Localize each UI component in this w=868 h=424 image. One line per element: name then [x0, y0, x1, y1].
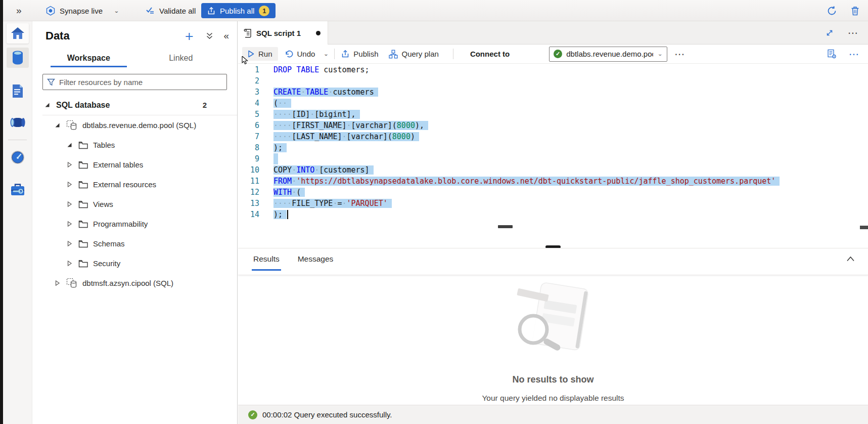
folder-icon	[78, 220, 88, 228]
code-line[interactable]: 12WITH·(	[238, 187, 868, 198]
database-icon	[66, 278, 78, 288]
monitor-icon[interactable]	[7, 147, 29, 167]
home-icon[interactable]	[7, 23, 29, 44]
tree-item-label: Schemas	[93, 239, 125, 248]
chevron-collapsed-icon[interactable]	[66, 240, 73, 247]
data-panel-tabs: Workspace Linked	[32, 50, 237, 67]
tab-sql-script-1[interactable]: SQL script 1	[238, 21, 328, 45]
code-line[interactable]: 14);	[238, 209, 868, 220]
expand-rail-icon[interactable]: »	[16, 0, 21, 21]
chevron-collapsed-icon[interactable]	[66, 161, 73, 168]
database-icon	[66, 120, 78, 131]
code-line[interactable]: 3CREATE·TABLE·customers	[238, 87, 868, 98]
publish-button[interactable]: Publish	[341, 50, 378, 58]
tree-item[interactable]: Views	[32, 194, 237, 214]
refresh-icon[interactable]	[827, 6, 837, 16]
synapse-live-icon	[45, 6, 56, 16]
publish-all-label: Publish all	[220, 7, 254, 15]
no-results-illustration	[500, 280, 606, 361]
filter-input[interactable]	[59, 78, 222, 87]
line-number: 12	[238, 187, 273, 198]
validate-all-button[interactable]: Validate all	[146, 0, 196, 21]
code-line-text: WITH·(	[273, 187, 305, 198]
code-line[interactable]: 5····[ID]·[bigint],	[238, 109, 868, 120]
data-icon[interactable]	[7, 48, 29, 68]
chevron-collapsed-icon[interactable]	[66, 260, 73, 267]
editor-more-actions-icon[interactable]: ⋯	[849, 52, 860, 57]
tree-item[interactable]: External tables	[32, 155, 237, 175]
code-line[interactable]: 1DROP TABLE customers;	[238, 64, 868, 75]
code-line[interactable]: 6····[FIRST_NAME]·[varchar](8000),	[238, 120, 868, 131]
pool-dropdown[interactable]: ✓ dbtlabs.revenue.demo.pool ⌄	[549, 47, 667, 62]
code-line[interactable]: 13····FILE_TYPE·=·'PARQUET'	[238, 198, 868, 209]
connect-to-label: Connect to	[470, 50, 510, 58]
tab-linked[interactable]: Linked	[135, 50, 227, 67]
query-plan-button[interactable]: Query plan	[389, 50, 439, 59]
code-line[interactable]: 8);	[238, 142, 868, 153]
screen-edge	[0, 0, 3, 424]
code-line[interactable]: 7····[LAST_NAME]·[varchar](8000)	[238, 131, 868, 142]
add-resource-icon[interactable]: ＋	[182, 31, 196, 41]
editor-scrollbar-thumb[interactable]	[498, 225, 513, 228]
sql-code-editor[interactable]: 1DROP TABLE customers;23CREATE·TABLE·cus…	[238, 64, 868, 231]
query-plan-label: Query plan	[402, 50, 439, 58]
mode-selector[interactable]: Synapse live ⌄	[45, 0, 119, 21]
line-number: 6	[238, 120, 273, 131]
tab-results[interactable]: Results	[253, 255, 280, 271]
tab-more-actions-icon[interactable]: ⋯	[848, 30, 859, 35]
publish-all-button[interactable]: Publish all 1	[201, 3, 276, 18]
publish-icon	[207, 7, 215, 15]
code-line-text: (··	[273, 98, 291, 109]
chevron-expanded-icon[interactable]	[66, 142, 73, 148]
collapse-panel-icon[interactable]: «	[223, 30, 229, 41]
undo-label: Undo	[297, 50, 315, 58]
line-number: 13	[238, 198, 273, 209]
chevron-expanded-icon[interactable]	[43, 102, 51, 108]
collapse-results-icon[interactable]	[846, 256, 855, 262]
code-line[interactable]: 2	[238, 75, 868, 87]
code-line[interactable]: 11FROM·'https://dbtlabsynapsedatalake.bl…	[238, 176, 868, 187]
discard-trash-icon[interactable]	[850, 6, 860, 16]
empty-results-subtitle: Your query yielded no displayable result…	[482, 394, 624, 403]
tab-messages[interactable]: Messages	[298, 255, 334, 271]
tree-item-label: Views	[93, 200, 113, 208]
tree-item-label: External tables	[93, 160, 143, 169]
query-properties-icon[interactable]	[827, 49, 837, 59]
run-label: Run	[258, 50, 272, 58]
code-line[interactable]: 9	[238, 153, 868, 164]
tree-item[interactable]: Schemas	[32, 234, 237, 253]
code-line[interactable]: 4(··	[238, 98, 868, 109]
expand-editor-icon[interactable]	[826, 29, 834, 37]
tree-item[interactable]: SQL database2	[32, 95, 237, 115]
more-toolbar-actions-icon[interactable]: ⋯	[674, 52, 686, 57]
tree-item-label: Security	[93, 259, 120, 268]
code-line[interactable]: 10COPY·INTO·[customers]	[238, 164, 868, 176]
editor-scrollbar-corner[interactable]	[860, 226, 868, 229]
double-chevron-down-icon[interactable]	[206, 32, 213, 40]
integrate-icon[interactable]	[7, 112, 29, 133]
develop-icon[interactable]	[7, 81, 29, 101]
chevron-collapsed-icon[interactable]	[66, 221, 73, 227]
publish-count-badge: 1	[259, 6, 269, 16]
tree-item[interactable]: dbtlabs.revenue.demo.pool (SQL)	[32, 115, 237, 135]
folder-icon	[78, 141, 88, 149]
chevron-expanded-icon[interactable]	[54, 122, 61, 129]
chevron-collapsed-icon[interactable]	[66, 201, 73, 207]
tree-item[interactable]: Tables	[32, 135, 237, 155]
run-options-chevron-icon[interactable]: ⌄	[323, 51, 329, 57]
tree-item[interactable]: Security	[32, 253, 237, 273]
tree-item[interactable]: dbtmsft.azsyn.cipool (SQL)	[32, 273, 237, 293]
validate-label: Validate all	[159, 7, 196, 15]
tree-item[interactable]: Programmability	[32, 214, 237, 234]
manage-icon[interactable]	[7, 180, 29, 200]
folder-icon	[78, 181, 88, 189]
editor-toolbar: Run Undo ⌄ Publish Query plan Connect to…	[238, 45, 868, 64]
tree-item[interactable]: External resources	[32, 175, 237, 194]
code-line-text: ····[LAST_NAME]·[varchar](8000)	[273, 131, 419, 142]
chevron-collapsed-icon[interactable]	[66, 181, 73, 188]
tab-workspace[interactable]: Workspace	[42, 50, 135, 67]
undo-button[interactable]: Undo	[285, 50, 315, 58]
rail-divider	[8, 140, 27, 140]
chevron-collapsed-icon[interactable]	[54, 280, 61, 286]
validate-icon	[146, 7, 155, 15]
